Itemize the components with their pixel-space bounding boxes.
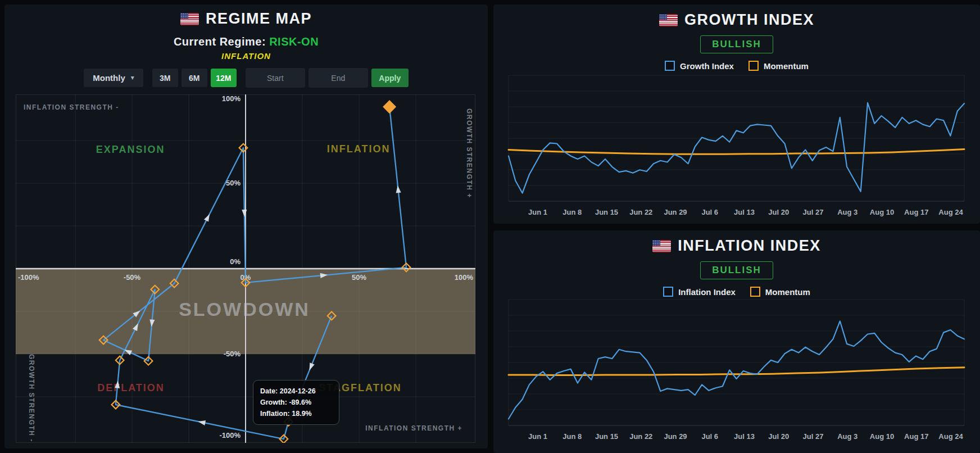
us-flag-icon bbox=[659, 14, 678, 26]
svg-text:Jun 22: Jun 22 bbox=[629, 208, 652, 216]
svg-text:INFLATION STRENGTH -: INFLATION STRENGTH - bbox=[24, 103, 119, 111]
svg-text:DEFLATION: DEFLATION bbox=[97, 382, 165, 393]
svg-text:Aug 3: Aug 3 bbox=[837, 208, 858, 216]
end-date-input[interactable] bbox=[308, 68, 368, 88]
us-flag-icon bbox=[180, 13, 199, 25]
svg-text:Jun 29: Jun 29 bbox=[664, 432, 687, 441]
current-regime-line: Current Regime: RISK-ON bbox=[4, 35, 488, 48]
legend-item-momentum[interactable]: Momentum bbox=[748, 61, 809, 71]
chevron-down-icon: ▾ bbox=[131, 74, 134, 81]
growth-index-title: GROWTH INDEX bbox=[493, 11, 980, 29]
regime-map-chart[interactable]: EXPANSIONINFLATIONDEFLATIONSTAGFLATIONSL… bbox=[16, 94, 475, 443]
inflation-index-title: INFLATION INDEX bbox=[493, 237, 980, 255]
svg-text:Jun 15: Jun 15 bbox=[595, 208, 618, 216]
svg-text:Jul 13: Jul 13 bbox=[734, 208, 755, 216]
svg-text:Jul 27: Jul 27 bbox=[803, 208, 824, 216]
range-button-6m[interactable]: 6M bbox=[182, 69, 207, 87]
svg-text:100%: 100% bbox=[222, 94, 241, 103]
svg-text:-100%: -100% bbox=[18, 273, 39, 282]
svg-text:Jun 1: Jun 1 bbox=[528, 432, 547, 441]
us-flag-icon bbox=[652, 240, 671, 252]
inflation-index-panel: INFLATION INDEX BULLISH Inflation Index … bbox=[493, 230, 980, 453]
current-regime-value: RISK-ON bbox=[269, 35, 319, 48]
legend-item-growth-index[interactable]: Growth Index bbox=[665, 61, 734, 71]
svg-text:Aug 10: Aug 10 bbox=[870, 208, 894, 216]
frequency-select[interactable]: Monthly ▾ bbox=[84, 69, 143, 87]
regime-map-panel: REGIME MAP Current Regime: RISK-ON INFLA… bbox=[4, 4, 488, 449]
page-title: REGIME MAP bbox=[206, 10, 312, 28]
svg-text:INFLATION STRENGTH +: INFLATION STRENGTH + bbox=[365, 424, 462, 432]
svg-text:Jul 20: Jul 20 bbox=[768, 208, 789, 216]
dashboard-root: REGIME MAP Current Regime: RISK-ON INFLA… bbox=[0, 0, 980, 453]
svg-text:50%: 50% bbox=[352, 273, 366, 282]
svg-text:Jul 20: Jul 20 bbox=[768, 432, 789, 441]
svg-text:100%: 100% bbox=[455, 273, 474, 282]
svg-text:50%: 50% bbox=[226, 179, 241, 187]
svg-text:Aug 17: Aug 17 bbox=[904, 432, 928, 441]
svg-text:Aug 3: Aug 3 bbox=[837, 432, 858, 441]
series-swatch-icon bbox=[748, 61, 759, 71]
frequency-value: Monthly bbox=[93, 73, 125, 83]
svg-text:SLOWDOWN: SLOWDOWN bbox=[179, 298, 310, 320]
start-date-input[interactable] bbox=[246, 68, 305, 88]
regime-quadrant-value: INFLATION bbox=[4, 51, 488, 61]
growth-legend: Growth Index Momentum bbox=[493, 61, 980, 71]
svg-text:INFLATION: INFLATION bbox=[327, 143, 391, 155]
series-swatch-icon bbox=[665, 61, 675, 71]
svg-text:Jun 22: Jun 22 bbox=[629, 432, 652, 441]
growth-index-panel: GROWTH INDEX BULLISH Growth Index Moment… bbox=[493, 4, 980, 224]
regime-map-title: REGIME MAP bbox=[4, 10, 488, 28]
svg-text:Jun 29: Jun 29 bbox=[664, 208, 687, 216]
svg-text:-100%: -100% bbox=[219, 431, 241, 440]
svg-text:-50%: -50% bbox=[224, 350, 241, 358]
svg-text:EXPANSION: EXPANSION bbox=[96, 144, 165, 155]
svg-text:Jul 13: Jul 13 bbox=[734, 432, 755, 441]
svg-text:Jul 6: Jul 6 bbox=[701, 432, 718, 441]
current-regime-label: Current Regime: bbox=[174, 35, 266, 48]
regime-map-plot[interactable]: EXPANSIONINFLATIONDEFLATIONSTAGFLATIONSL… bbox=[16, 94, 475, 443]
status-badge: BULLISH bbox=[700, 261, 773, 279]
svg-text:Jul 6: Jul 6 bbox=[701, 208, 718, 216]
svg-text:Jun 1: Jun 1 bbox=[528, 208, 547, 216]
svg-text:Aug 24: Aug 24 bbox=[938, 208, 963, 216]
svg-text:GROWTH STRENGTH -: GROWTH STRENGTH - bbox=[28, 354, 35, 442]
svg-text:Jun 8: Jun 8 bbox=[562, 208, 582, 216]
svg-text:-50%: -50% bbox=[124, 273, 141, 282]
inflation-index-chart[interactable]: Jun 1Jun 8Jun 15Jun 22Jun 29Jul 6Jul 13J… bbox=[500, 295, 973, 444]
svg-text:Jun 8: Jun 8 bbox=[562, 432, 582, 441]
range-button-3m[interactable]: 3M bbox=[152, 69, 178, 87]
svg-text:Jun 15: Jun 15 bbox=[595, 432, 618, 441]
growth-index-chart[interactable]: Jun 1Jun 8Jun 15Jun 22Jun 29Jul 6Jul 13J… bbox=[500, 71, 973, 220]
data-point-tooltip: Date: 2024-12-26 Growth: -89.6% Inflatio… bbox=[253, 380, 339, 425]
regime-controls: Monthly ▾ 3M 6M 12M Apply bbox=[4, 68, 488, 88]
svg-text:GROWTH STRENGTH +: GROWTH STRENGTH + bbox=[465, 108, 473, 198]
apply-button[interactable]: Apply bbox=[371, 69, 409, 87]
range-button-12m[interactable]: 12M bbox=[211, 69, 237, 87]
svg-text:Aug 24: Aug 24 bbox=[938, 432, 963, 441]
status-badge: BULLISH bbox=[700, 35, 773, 53]
svg-text:Aug 10: Aug 10 bbox=[870, 432, 894, 441]
svg-text:0%: 0% bbox=[230, 257, 241, 266]
svg-text:Aug 17: Aug 17 bbox=[904, 208, 928, 216]
svg-text:Jul 27: Jul 27 bbox=[803, 432, 824, 441]
